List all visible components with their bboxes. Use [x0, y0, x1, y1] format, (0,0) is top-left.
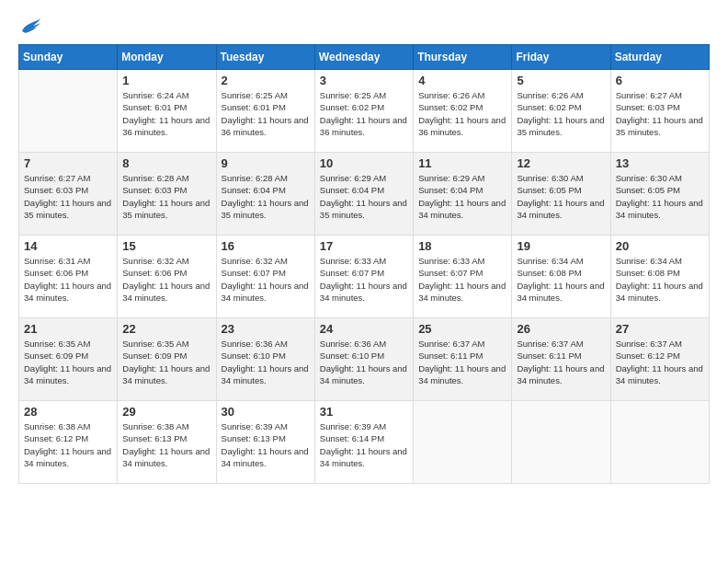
day-number: 2	[222, 74, 310, 87]
calendar-cell: 21Sunrise: 6:35 AMSunset: 6:09 PMDayligh…	[19, 318, 118, 401]
day-number: 18	[418, 239, 506, 253]
calendar-cell: 25Sunrise: 6:37 AMSunset: 6:11 PMDayligh…	[414, 318, 512, 401]
calendar-week-row: 1Sunrise: 6:24 AMSunset: 6:01 PMDaylight…	[19, 70, 710, 153]
day-number: 23	[222, 322, 310, 336]
day-info: Sunrise: 6:28 AMSunset: 6:03 PMDaylight:…	[122, 172, 210, 221]
day-number: 15	[122, 239, 210, 253]
day-number: 27	[616, 322, 704, 336]
calendar-cell: 20Sunrise: 6:34 AMSunset: 6:08 PMDayligh…	[610, 236, 709, 318]
day-number: 14	[24, 239, 112, 253]
day-number: 30	[222, 405, 310, 419]
weekday-header-wednesday: Wednesday	[314, 45, 413, 70]
day-info: Sunrise: 6:36 AMSunset: 6:10 PMDaylight:…	[222, 338, 310, 386]
calendar-cell: 9Sunrise: 6:28 AMSunset: 6:04 PMDaylight…	[216, 153, 314, 236]
day-number: 29	[122, 405, 210, 419]
page-header	[18, 18, 710, 35]
day-number: 4	[418, 74, 506, 87]
day-number: 8	[122, 156, 210, 170]
day-number: 6	[616, 74, 704, 87]
day-info: Sunrise: 6:30 AMSunset: 6:05 PMDaylight:…	[616, 172, 704, 221]
day-info: Sunrise: 6:25 AMSunset: 6:01 PMDaylight:…	[222, 89, 310, 138]
day-number: 1	[122, 74, 210, 87]
calendar-cell: 14Sunrise: 6:31 AMSunset: 6:06 PMDayligh…	[19, 236, 118, 318]
calendar-cell: 4Sunrise: 6:26 AMSunset: 6:02 PMDaylight…	[414, 70, 512, 153]
weekday-header-tuesday: Tuesday	[216, 45, 314, 70]
calendar-cell: 23Sunrise: 6:36 AMSunset: 6:10 PMDayligh…	[216, 318, 314, 401]
calendar-cell: 11Sunrise: 6:29 AMSunset: 6:04 PMDayligh…	[414, 153, 512, 236]
day-number: 5	[517, 74, 605, 87]
logo-bird-icon	[20, 18, 40, 35]
day-info: Sunrise: 6:39 AMSunset: 6:13 PMDaylight:…	[222, 420, 310, 469]
day-number: 3	[320, 74, 408, 87]
weekday-header-monday: Monday	[118, 45, 216, 70]
day-info: Sunrise: 6:35 AMSunset: 6:09 PMDaylight:…	[122, 338, 210, 386]
weekday-header-friday: Friday	[512, 45, 610, 70]
calendar-cell: 22Sunrise: 6:35 AMSunset: 6:09 PMDayligh…	[118, 318, 216, 401]
day-number: 24	[320, 322, 408, 336]
day-info: Sunrise: 6:37 AMSunset: 6:11 PMDaylight:…	[418, 338, 506, 386]
day-number: 31	[320, 405, 408, 419]
day-info: Sunrise: 6:34 AMSunset: 6:08 PMDaylight:…	[517, 255, 605, 304]
day-number: 19	[517, 239, 605, 253]
day-info: Sunrise: 6:29 AMSunset: 6:04 PMDaylight:…	[320, 172, 408, 221]
day-info: Sunrise: 6:37 AMSunset: 6:11 PMDaylight:…	[517, 338, 605, 386]
calendar-cell: 18Sunrise: 6:33 AMSunset: 6:07 PMDayligh…	[414, 236, 512, 318]
calendar-week-row: 28Sunrise: 6:38 AMSunset: 6:12 PMDayligh…	[19, 401, 710, 484]
calendar-table: SundayMondayTuesdayWednesdayThursdayFrid…	[18, 44, 710, 484]
day-number: 16	[222, 239, 310, 253]
day-info: Sunrise: 6:32 AMSunset: 6:07 PMDaylight:…	[222, 255, 310, 304]
calendar-cell: 24Sunrise: 6:36 AMSunset: 6:10 PMDayligh…	[314, 318, 413, 401]
calendar-header-row: SundayMondayTuesdayWednesdayThursdayFrid…	[19, 45, 710, 70]
calendar-cell: 1Sunrise: 6:24 AMSunset: 6:01 PMDaylight…	[118, 70, 216, 153]
day-number: 9	[222, 156, 310, 170]
day-number: 25	[418, 322, 506, 336]
calendar-week-row: 21Sunrise: 6:35 AMSunset: 6:09 PMDayligh…	[19, 318, 710, 401]
day-info: Sunrise: 6:39 AMSunset: 6:14 PMDaylight:…	[320, 420, 408, 469]
day-info: Sunrise: 6:34 AMSunset: 6:08 PMDaylight:…	[616, 255, 704, 304]
day-info: Sunrise: 6:27 AMSunset: 6:03 PMDaylight:…	[616, 89, 704, 138]
calendar-cell: 6Sunrise: 6:27 AMSunset: 6:03 PMDaylight…	[610, 70, 709, 153]
day-info: Sunrise: 6:30 AMSunset: 6:05 PMDaylight:…	[517, 172, 605, 221]
calendar-cell: 17Sunrise: 6:33 AMSunset: 6:07 PMDayligh…	[314, 236, 413, 318]
calendar-cell: 8Sunrise: 6:28 AMSunset: 6:03 PMDaylight…	[118, 153, 216, 236]
day-number: 22	[122, 322, 210, 336]
calendar-cell: 16Sunrise: 6:32 AMSunset: 6:07 PMDayligh…	[216, 236, 314, 318]
day-info: Sunrise: 6:28 AMSunset: 6:04 PMDaylight:…	[222, 172, 310, 221]
day-info: Sunrise: 6:29 AMSunset: 6:04 PMDaylight:…	[418, 172, 506, 221]
day-info: Sunrise: 6:24 AMSunset: 6:01 PMDaylight:…	[122, 89, 210, 138]
calendar-cell: 13Sunrise: 6:30 AMSunset: 6:05 PMDayligh…	[610, 153, 709, 236]
day-number: 11	[418, 156, 506, 170]
calendar-cell: 26Sunrise: 6:37 AMSunset: 6:11 PMDayligh…	[512, 318, 610, 401]
calendar-cell: 12Sunrise: 6:30 AMSunset: 6:05 PMDayligh…	[512, 153, 610, 236]
calendar-cell	[19, 70, 118, 153]
calendar-cell: 7Sunrise: 6:27 AMSunset: 6:03 PMDaylight…	[19, 153, 118, 236]
day-info: Sunrise: 6:33 AMSunset: 6:07 PMDaylight:…	[320, 255, 408, 304]
calendar-cell: 31Sunrise: 6:39 AMSunset: 6:14 PMDayligh…	[314, 401, 413, 484]
day-info: Sunrise: 6:26 AMSunset: 6:02 PMDaylight:…	[517, 89, 605, 138]
day-info: Sunrise: 6:37 AMSunset: 6:12 PMDaylight:…	[616, 338, 704, 386]
day-info: Sunrise: 6:33 AMSunset: 6:07 PMDaylight:…	[418, 255, 506, 304]
calendar-cell	[414, 401, 512, 484]
day-number: 28	[24, 405, 112, 419]
calendar-cell: 5Sunrise: 6:26 AMSunset: 6:02 PMDaylight…	[512, 70, 610, 153]
calendar-cell: 29Sunrise: 6:38 AMSunset: 6:13 PMDayligh…	[118, 401, 216, 484]
calendar-cell: 15Sunrise: 6:32 AMSunset: 6:06 PMDayligh…	[118, 236, 216, 318]
day-number: 10	[320, 156, 408, 170]
calendar-cell: 28Sunrise: 6:38 AMSunset: 6:12 PMDayligh…	[19, 401, 118, 484]
calendar-cell	[512, 401, 610, 484]
calendar-cell	[610, 401, 709, 484]
day-info: Sunrise: 6:38 AMSunset: 6:13 PMDaylight:…	[122, 420, 210, 469]
day-info: Sunrise: 6:26 AMSunset: 6:02 PMDaylight:…	[418, 89, 506, 138]
day-info: Sunrise: 6:32 AMSunset: 6:06 PMDaylight:…	[122, 255, 210, 304]
day-number: 20	[616, 239, 704, 253]
day-info: Sunrise: 6:27 AMSunset: 6:03 PMDaylight:…	[24, 172, 112, 221]
day-number: 21	[24, 322, 112, 336]
calendar-week-row: 7Sunrise: 6:27 AMSunset: 6:03 PMDaylight…	[19, 153, 710, 236]
day-info: Sunrise: 6:36 AMSunset: 6:10 PMDaylight:…	[320, 338, 408, 386]
calendar-week-row: 14Sunrise: 6:31 AMSunset: 6:06 PMDayligh…	[19, 236, 710, 318]
calendar-cell: 30Sunrise: 6:39 AMSunset: 6:13 PMDayligh…	[216, 401, 314, 484]
day-number: 26	[517, 322, 605, 336]
day-info: Sunrise: 6:35 AMSunset: 6:09 PMDaylight:…	[24, 338, 112, 386]
day-info: Sunrise: 6:25 AMSunset: 6:02 PMDaylight:…	[320, 89, 408, 138]
weekday-header-thursday: Thursday	[414, 45, 512, 70]
